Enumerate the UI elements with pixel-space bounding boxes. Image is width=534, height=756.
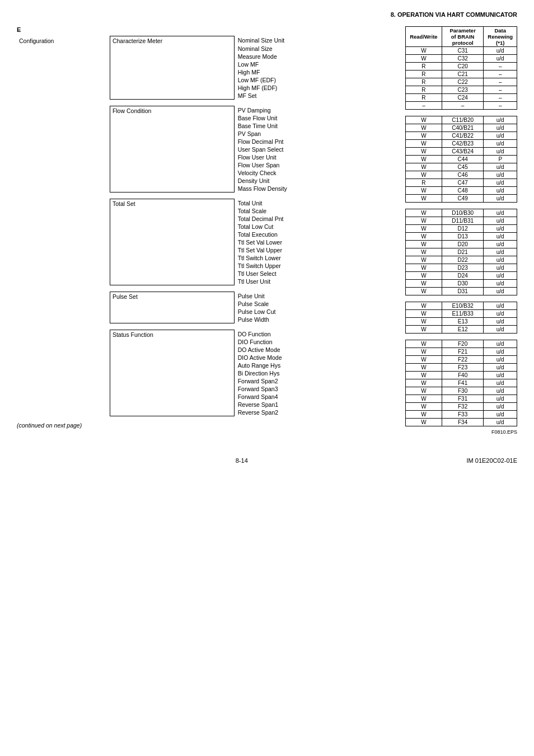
col-data: DataRenewing(*1) [484, 27, 517, 47]
right-table-row: WE12u/d [406, 326, 517, 334]
right-table-row: WD23u/d [406, 264, 517, 272]
page-header: 8. OPERATION VIA HART COMMUNICATOR [17, 11, 517, 18]
right-table-row: WC44P [406, 156, 517, 163]
right-table-row: WC31u/d [406, 47, 517, 55]
right-table-row: WF21u/d [406, 348, 517, 356]
table-row: Flow ConditionPV Damping [17, 106, 400, 114]
col-param: Parameterof BRAINprotocol [442, 27, 484, 47]
right-table-row: WC41/B22u/d [406, 132, 517, 140]
right-table-row: WC40/B21u/d [406, 124, 517, 132]
right-table-row: WD22u/d [406, 256, 517, 264]
table-row: Status FunctionDO Function [17, 330, 400, 338]
right-table-row: RC47u/d [406, 179, 517, 187]
right-table-row: WF20u/d [406, 340, 517, 348]
figure-ref: F0810.EPS [405, 429, 517, 435]
right-table-row: WF33u/d [406, 411, 517, 419]
right-table-row: WF23u/d [406, 364, 517, 372]
right-table-row: WD31u/d [406, 288, 517, 295]
right-table-row: WD13u/d [406, 233, 517, 241]
right-table-row: WD20u/d [406, 241, 517, 248]
right-table-row: WF32u/d [406, 403, 517, 411]
right-table-row: WF41u/d [406, 379, 517, 387]
right-table-row: WD24u/d [406, 272, 517, 280]
right-table-row: RC21– [406, 71, 517, 78]
right-table-row: WC48u/d [406, 187, 517, 195]
right-table-row: WC42/B23u/d [406, 140, 517, 148]
right-table-row: WC11/B20u/d [406, 116, 517, 124]
right-table-row: WF34u/d [406, 419, 517, 426]
right-table-row: WD21u/d [406, 248, 517, 256]
right-table-row: WE11/B33u/d [406, 310, 517, 318]
table-row: ConfigurationCharacterize MeterNominal S… [17, 36, 400, 45]
right-table-row: WC49u/d [406, 195, 517, 203]
section-label: E [17, 26, 400, 33]
right-table-row: WC32u/d [406, 55, 517, 63]
right-table-row: WE13u/d [406, 318, 517, 326]
right-table-row: RC23– [406, 86, 517, 94]
right-table-row: WD30u/d [406, 280, 517, 288]
table-row: Pulse SetPulse Unit [17, 292, 400, 300]
main-table: ConfigurationCharacterize MeterNominal S… [17, 36, 400, 416]
doc-number: IM 01E20C02-01E [467, 457, 518, 464]
col-readwrite: Read/Write [406, 27, 442, 47]
right-table-row: RC24– [406, 94, 517, 102]
right-table: Read/Write Parameterof BRAINprotocol Dat… [405, 26, 517, 426]
right-table-row: WD10/B30u/d [406, 209, 517, 217]
page-number: 8-14 [236, 457, 248, 464]
right-table-row: WC43/B24u/d [406, 148, 517, 156]
right-table-row: WF31u/d [406, 395, 517, 403]
right-table-row: WE10/B32u/d [406, 302, 517, 310]
right-table-row: ––– [406, 102, 517, 110]
right-table-row: WC46u/d [406, 171, 517, 179]
right-table-row: WF40u/d [406, 372, 517, 379]
right-table-row: RC22– [406, 78, 517, 86]
page-footer: 8-14 IM 01E20C02-01E [17, 457, 517, 464]
right-table-row: WF22u/d [406, 356, 517, 364]
table-row: Total SetTotal Unit [17, 199, 400, 207]
right-table-row: WC45u/d [406, 163, 517, 171]
right-table-row: WF30u/d [406, 387, 517, 395]
right-table-row: WD11/B31u/d [406, 217, 517, 225]
right-table-row: WD12u/d [406, 225, 517, 233]
continued-note: (continued on next page) [17, 422, 400, 429]
right-table-row: RC20– [406, 63, 517, 71]
